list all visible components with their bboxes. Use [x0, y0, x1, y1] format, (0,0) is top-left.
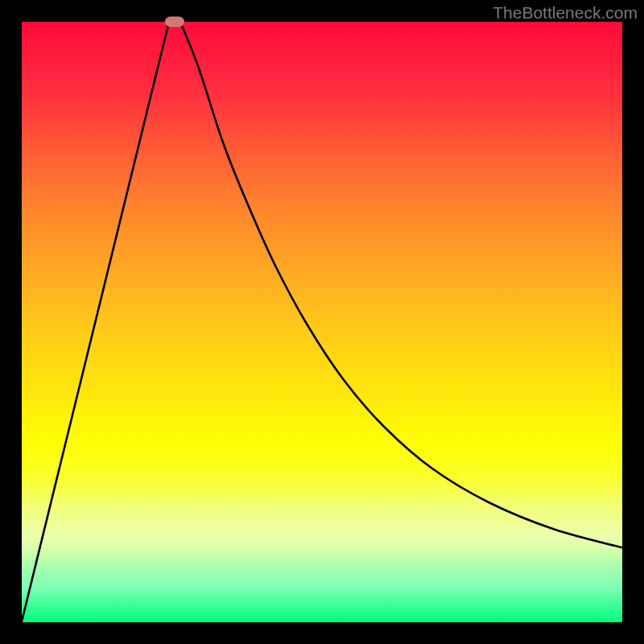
watermark: TheBottleneck.com [493, 3, 638, 23]
pale-band [22, 473, 622, 565]
gradient-plot-area [22, 22, 622, 622]
